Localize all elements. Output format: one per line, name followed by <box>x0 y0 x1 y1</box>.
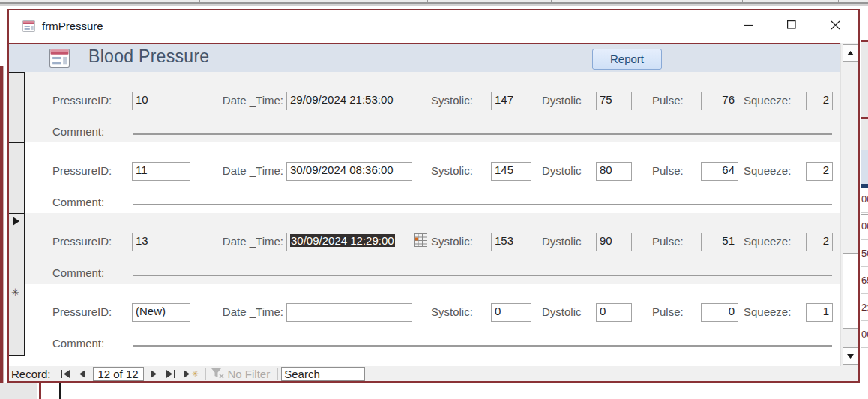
last-record-button[interactable] <box>163 367 180 380</box>
form-header: Blood Pressure Report <box>9 43 841 74</box>
squeeze-input[interactable]: 2 <box>806 232 833 251</box>
systolic-input[interactable]: 145 <box>491 162 531 181</box>
first-record-button[interactable] <box>57 367 74 380</box>
close-icon[interactable] <box>824 14 846 36</box>
background-window-edge <box>0 4 868 6</box>
current-record-arrow-icon <box>13 217 19 226</box>
report-button[interactable]: Report <box>592 49 662 70</box>
record-selector-current[interactable] <box>9 213 25 284</box>
form-window: frmPressure <box>7 9 860 382</box>
systolic-input[interactable]: 0 <box>491 303 531 322</box>
new-record-asterisk-icon: ✳ <box>11 286 19 298</box>
background-window-border-left <box>0 66 4 382</box>
pressureid-label: PressureID: <box>52 164 112 177</box>
comment-label: Comment: <box>52 125 104 138</box>
pressureid-label: PressureID: <box>52 305 112 318</box>
datetime-label: Date _Time: <box>212 164 283 177</box>
systolic-label: Systolic: <box>431 164 473 177</box>
comment-input[interactable] <box>133 204 832 206</box>
dystolic-label: Dystolic <box>542 305 582 318</box>
pulse-label: Pulse: <box>652 164 684 177</box>
datetime-input-focused[interactable]: 30/09/2024 12:29:00 <box>286 232 412 251</box>
pulse-label: Pulse: <box>652 94 684 106</box>
datetime-label: Date _Time: <box>212 94 283 106</box>
new-record-button[interactable]: ✳ <box>180 367 202 380</box>
separator <box>205 368 206 380</box>
squeeze-label: Squeeze: <box>744 164 791 177</box>
systolic-label: Systolic: <box>431 235 473 248</box>
comment-label: Comment: <box>52 196 104 208</box>
pressureid-label: PressureID: <box>52 235 112 248</box>
pressureid-input[interactable]: (New) <box>132 303 190 322</box>
comment-input[interactable] <box>133 274 832 276</box>
pulse-input[interactable]: 51 <box>701 232 738 251</box>
maximize-button[interactable] <box>780 14 803 36</box>
background-cell: 65 <box>861 269 868 296</box>
background-cell: 50 <box>861 242 868 269</box>
new-record-star-icon: ✳ <box>191 369 198 379</box>
page-title: Blood Pressure <box>88 46 209 67</box>
squeeze-label: Squeeze: <box>744 235 791 248</box>
window-title: frmPressure <box>42 20 103 32</box>
dystolic-input[interactable]: 75 <box>596 92 632 110</box>
search-input[interactable] <box>281 367 365 381</box>
form-detail: ✳ PressureID: 10 Date _Time: 29/09/2024 … <box>9 72 841 366</box>
scroll-down-button[interactable] <box>843 347 858 364</box>
scroll-up-button[interactable] <box>843 44 858 62</box>
window-titlebar[interactable]: frmPressure <box>9 10 858 43</box>
record-selector-new[interactable]: ✳ <box>9 284 25 356</box>
pressureid-label: PressureID: <box>52 94 112 106</box>
pulse-input[interactable]: 0 <box>701 303 738 322</box>
previous-record-button[interactable] <box>74 367 91 380</box>
dystolic-input[interactable]: 0 <box>596 303 632 322</box>
background-cell: 2: <box>861 296 868 323</box>
record-row-current: PressureID: 13 Date _Time: 30/09/2024 12… <box>25 213 841 284</box>
record-row: PressureID: 10 Date _Time: 29/09/2024 21… <box>25 72 841 142</box>
comment-input[interactable] <box>133 134 832 135</box>
systolic-input[interactable]: 147 <box>491 92 531 110</box>
selected-text: 30/09/2024 12:29:00 <box>290 234 395 247</box>
record-position-indicator[interactable]: 12 of 12 <box>93 367 144 381</box>
background-cell: 00 <box>861 323 868 350</box>
datetime-label: Date _Time: <box>212 305 283 318</box>
screen: 00 00 50 65 2: 00 frmPressure <box>0 0 868 399</box>
comment-label: Comment: <box>52 266 104 279</box>
background-cell: 00 <box>861 188 868 215</box>
dystolic-label: Dystolic <box>542 94 582 106</box>
dystolic-label: Dystolic <box>542 164 582 177</box>
pressureid-input[interactable]: 11 <box>132 162 190 181</box>
background-divider <box>59 383 61 399</box>
filter-icon[interactable] <box>209 367 226 380</box>
background-bottom-block <box>0 383 37 399</box>
squeeze-input[interactable]: 1 <box>806 303 833 322</box>
dystolic-input[interactable]: 80 <box>596 162 632 181</box>
pulse-input[interactable]: 76 <box>701 92 738 110</box>
squeeze-input[interactable]: 2 <box>806 162 833 181</box>
next-record-button[interactable] <box>145 367 163 380</box>
datetime-input[interactable]: 29/09/2024 21:53:00 <box>286 92 412 110</box>
datetime-input[interactable]: 30/09/2024 08:36:00 <box>286 162 412 181</box>
background-cell: 00 <box>861 215 868 242</box>
comment-input[interactable] <box>133 345 832 346</box>
pulse-input[interactable]: 64 <box>701 162 738 181</box>
pressureid-input[interactable]: 10 <box>132 92 190 110</box>
minimize-button[interactable] <box>738 14 760 36</box>
scrollbar-thumb[interactable] <box>843 253 858 328</box>
datetime-label: Date _Time: <box>212 235 283 248</box>
datetime-input[interactable] <box>286 303 412 322</box>
record-selector[interactable] <box>9 72 25 143</box>
dystolic-input[interactable]: 90 <box>596 232 632 251</box>
vertical-scrollbar[interactable] <box>840 44 858 366</box>
squeeze-label: Squeeze: <box>744 94 791 106</box>
record-selector[interactable] <box>9 142 25 214</box>
dystolic-label: Dystolic <box>542 235 582 248</box>
systolic-label: Systolic: <box>431 94 473 106</box>
pressureid-input[interactable]: 13 <box>132 232 190 251</box>
squeeze-input[interactable]: 2 <box>806 92 833 110</box>
date-picker-icon[interactable] <box>414 233 427 247</box>
background-datasheet: 00 00 50 65 2: 00 <box>861 7 868 399</box>
no-filter-label: No Filter <box>228 368 271 380</box>
form-icon <box>49 49 70 68</box>
systolic-input[interactable]: 153 <box>491 232 531 251</box>
background-window-border <box>39 383 41 399</box>
